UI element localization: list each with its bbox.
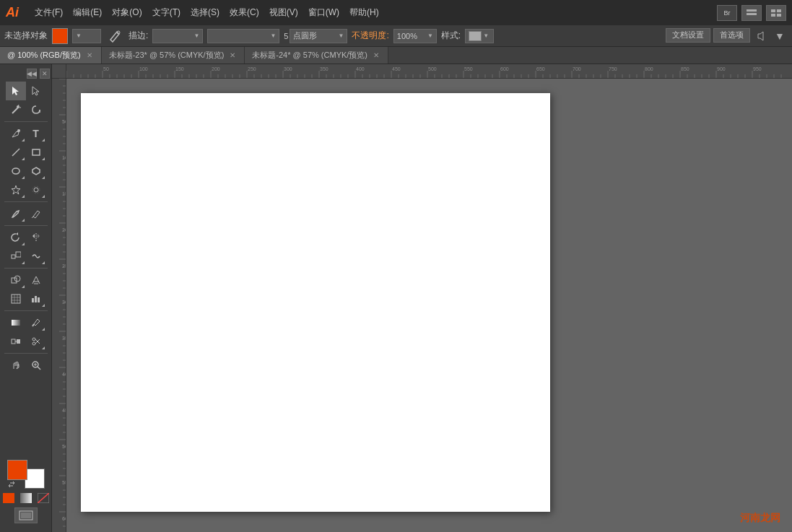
audio-icon[interactable] xyxy=(753,28,769,44)
tab-1[interactable]: 未标题-23* @ 57% (CMYK/预览) ✕ xyxy=(102,47,245,64)
warp-tool[interactable] xyxy=(26,247,46,266)
ellipse-tool[interactable] xyxy=(6,162,26,180)
tab-2[interactable]: 未标题-24* @ 57% (CMYK/预览) ✕ xyxy=(245,47,388,64)
tool-separator-3 xyxy=(4,225,48,226)
rectangle-tool[interactable] xyxy=(26,143,46,162)
document-canvas[interactable] xyxy=(81,93,550,512)
preferences-button[interactable]: 首选项 xyxy=(713,28,750,43)
polygon-tool[interactable] xyxy=(26,162,46,180)
pencil-tool-2[interactable] xyxy=(26,204,46,223)
options-bar: 未选择对象 ▼ 描边: ▼ ▼ 5 点圆形 ▼ 不透明度: 100% ▼ 样式:… xyxy=(0,25,792,47)
lasso-tool[interactable] xyxy=(26,100,46,119)
mesh-tool[interactable] xyxy=(6,289,26,308)
svg-text:600: 600 xyxy=(500,66,509,71)
canvas-area[interactable]: 5010015020025030035040045050055060065070… xyxy=(52,64,792,532)
no-selection-label: 未选择对象 xyxy=(4,30,48,42)
zoom-tool[interactable] xyxy=(26,356,46,375)
svg-point-31 xyxy=(14,276,20,282)
brush-shape-dropdown[interactable]: 点圆形 ▼ xyxy=(290,29,347,43)
more-options-icon[interactable]: ▼ xyxy=(772,28,788,44)
tool-row-5 xyxy=(0,162,51,180)
svg-text:400: 400 xyxy=(356,66,365,71)
direct-selection-tool[interactable] xyxy=(26,82,46,100)
magic-wand-tool[interactable] xyxy=(6,100,26,119)
brush-size-value: 5 xyxy=(284,32,288,40)
bar-graph-tool[interactable] xyxy=(26,289,46,308)
svg-text:900: 900 xyxy=(717,66,726,71)
menu-object[interactable]: 对象(O) xyxy=(108,5,146,20)
bridge-button[interactable]: Br xyxy=(717,5,737,21)
tab-0-close[interactable]: ✕ xyxy=(85,51,94,60)
toolbar-expand-btn[interactable]: ✕ xyxy=(40,69,50,79)
arrange-button[interactable] xyxy=(766,5,786,21)
solid-color-icon[interactable] xyxy=(1,492,16,505)
background-color-swatch[interactable] xyxy=(25,468,45,489)
svg-rect-28 xyxy=(12,255,15,258)
opacity-dropdown[interactable]: 100% ▼ xyxy=(393,29,437,43)
svg-line-54 xyxy=(38,367,40,370)
gradient-mode-icon[interactable] xyxy=(19,492,33,505)
tool-separator-4 xyxy=(4,268,48,269)
scale-tool[interactable] xyxy=(6,247,26,266)
menu-help[interactable]: 帮助(H) xyxy=(345,5,383,20)
style-dropdown[interactable]: ▼ xyxy=(465,29,494,43)
title-bar: Ai 文件(F) 编辑(E) 对象(O) 文字(T) 选择(S) 效果(C) 视… xyxy=(0,0,792,25)
tab-2-close[interactable]: ✕ xyxy=(372,51,380,60)
tab-1-close[interactable]: ✕ xyxy=(228,51,237,60)
fill-swatch[interactable] xyxy=(52,28,68,44)
menu-select[interactable]: 选择(S) xyxy=(186,5,224,20)
menu-effect[interactable]: 效果(C) xyxy=(225,5,264,20)
tab-2-label: 未标题-24* @ 57% (CMYK/预览) xyxy=(252,50,367,61)
perspective-grid-tool[interactable] xyxy=(26,271,46,289)
tool-row-9 xyxy=(0,247,51,266)
pen-tool[interactable] xyxy=(6,124,26,143)
svg-rect-185 xyxy=(52,79,66,532)
type-tool[interactable]: T xyxy=(26,124,46,143)
paintbrush-tool[interactable] xyxy=(6,204,26,223)
menu-edit[interactable]: 编辑(E) xyxy=(69,5,106,20)
selection-tool[interactable] xyxy=(6,82,26,100)
svg-text:750: 750 xyxy=(609,66,617,71)
svg-text:500: 500 xyxy=(62,444,66,449)
tool-row-7 xyxy=(0,204,51,223)
svg-rect-64 xyxy=(21,513,31,518)
tab-0[interactable]: @ 100% (RGB/预览) ✕ xyxy=(0,47,102,64)
menu-type[interactable]: 文字(T) xyxy=(148,5,185,20)
svg-rect-44 xyxy=(12,320,20,326)
flare-tool[interactable] xyxy=(26,180,46,199)
svg-point-49 xyxy=(32,338,35,341)
svg-text:150: 150 xyxy=(62,191,66,196)
line-tool[interactable] xyxy=(6,143,26,162)
svg-text:700: 700 xyxy=(573,66,581,71)
svg-marker-26 xyxy=(32,234,35,238)
eyedropper-tool[interactable] xyxy=(26,313,46,332)
shape-builder-tool[interactable] xyxy=(6,271,26,289)
gradient-tool[interactable] xyxy=(6,313,26,332)
fill-dropdown[interactable]: ▼ xyxy=(72,29,101,43)
doc-settings-button[interactable]: 文档设置 xyxy=(666,28,710,43)
ruler-h-svg: 5010015020025030035040045050055060065070… xyxy=(66,64,792,78)
tool-row-2 xyxy=(0,100,51,119)
svg-text:100: 100 xyxy=(139,66,148,71)
scissors-tool[interactable] xyxy=(26,332,46,351)
no-color-icon[interactable] xyxy=(36,492,51,505)
swap-colors-icon[interactable] xyxy=(7,480,16,489)
star-tool[interactable] xyxy=(6,180,26,199)
style-label: 样式: xyxy=(441,30,461,42)
blend-tool[interactable] xyxy=(6,332,26,351)
menu-view[interactable]: 视图(V) xyxy=(265,5,303,20)
menu-file[interactable]: 文件(F) xyxy=(30,5,67,20)
brush-icon-btn[interactable] xyxy=(105,28,124,44)
stroke-style-dropdown[interactable]: ▼ xyxy=(207,29,279,43)
screen-mode-button[interactable] xyxy=(14,507,38,523)
foreground-color-swatch[interactable] xyxy=(7,460,27,480)
workspace-button[interactable] xyxy=(741,5,762,21)
menu-window[interactable]: 窗口(W) xyxy=(304,5,344,20)
hand-tool[interactable] xyxy=(6,356,26,375)
stroke-dropdown[interactable]: ▼ xyxy=(152,29,203,43)
toolbar-collapse-btn[interactable]: ◀◀ xyxy=(27,69,37,79)
tool-row-14 xyxy=(0,356,51,375)
reflect-tool[interactable] xyxy=(26,228,46,247)
rotate-tool[interactable] xyxy=(6,228,26,247)
svg-text:450: 450 xyxy=(62,408,66,413)
